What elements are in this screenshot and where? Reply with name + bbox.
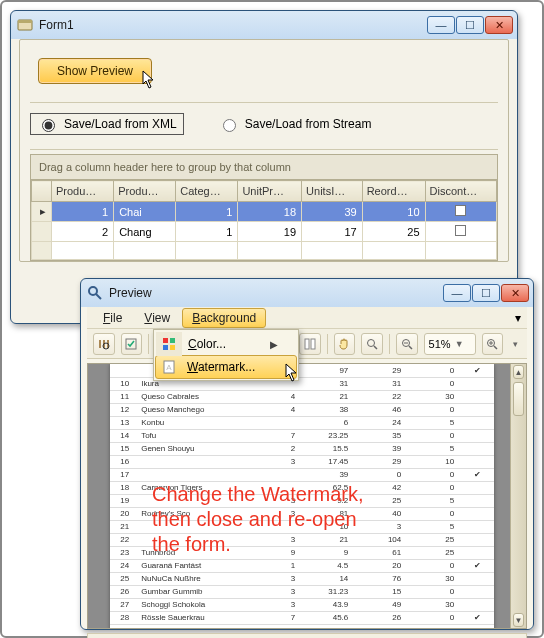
grid-row[interactable]: ▸ 1 Chai 1 18 39 10 [32, 202, 497, 222]
cell[interactable]: 19 [238, 222, 302, 242]
background-submenu[interactable]: Color... ▶ A Watermark... [153, 329, 299, 381]
grid-row[interactable] [32, 242, 497, 260]
report-table: 97290✔10Ikura3131011Queso Cabrales421223… [110, 364, 494, 628]
toolbar-overflow-icon[interactable]: ▾ [509, 339, 521, 349]
cell[interactable] [176, 242, 238, 260]
cell[interactable]: 25 [362, 222, 425, 242]
svg-line-17 [494, 346, 497, 349]
cell[interactable] [425, 242, 496, 260]
cell[interactable]: 2 [52, 222, 114, 242]
scroll-thumb[interactable] [513, 382, 524, 416]
scroll-up-icon[interactable]: ▲ [513, 365, 524, 379]
radio-stream-input[interactable] [223, 119, 236, 132]
grid-col-5[interactable]: Reord… [362, 181, 425, 202]
maximize-button[interactable]: ☐ [456, 16, 484, 34]
cell[interactable]: 10 [362, 202, 425, 222]
svg-rect-1 [18, 20, 32, 23]
svg-rect-20 [163, 345, 168, 350]
search-icon[interactable] [93, 333, 115, 355]
grid-col-0[interactable]: Produ… [52, 181, 114, 202]
toolbar-separator [148, 334, 149, 354]
svg-line-10 [374, 346, 377, 349]
menu-view[interactable]: View [134, 308, 180, 328]
maximize-button[interactable]: ☐ [472, 284, 500, 302]
cell[interactable]: 1 [52, 202, 114, 222]
menubar[interactable]: File View Background ▾ [87, 307, 527, 329]
minimize-button[interactable]: — [427, 16, 455, 34]
grid-col-2[interactable]: Categ… [176, 181, 238, 202]
cell[interactable]: Chai [114, 202, 176, 222]
cell[interactable]: 18 [238, 202, 302, 222]
preview-titlebar[interactable]: Preview — ☐ ✕ [81, 279, 533, 307]
cell[interactable]: 17 [302, 222, 363, 242]
grid-col-4[interactable]: UnitsI… [302, 181, 363, 202]
close-button[interactable]: ✕ [485, 16, 513, 34]
menu-file[interactable]: File [93, 308, 132, 328]
scroll-down-icon[interactable]: ▼ [513, 613, 524, 627]
report-row: 11Queso Cabrales4212230 [110, 390, 494, 403]
menuitem-watermark[interactable]: A Watermark... [155, 355, 297, 379]
grid-col-6[interactable]: Discont… [425, 181, 496, 202]
cell-checkbox[interactable] [425, 222, 496, 242]
cell[interactable] [362, 242, 425, 260]
report-row: 211035 [110, 520, 494, 533]
data-grid[interactable]: Drag a column header here to group by th… [30, 154, 498, 261]
minimize-button[interactable]: — [443, 284, 471, 302]
report-row: 29Thüringer Rostbr6123.7900✔ [110, 624, 494, 628]
close-button[interactable]: ✕ [501, 284, 529, 302]
menuitem-color[interactable]: Color... ▶ [156, 332, 296, 356]
vertical-scrollbar[interactable]: ▲ ▼ [510, 364, 526, 628]
menubar-overflow-icon[interactable]: ▾ [515, 311, 521, 325]
hand-tool-icon[interactable] [334, 333, 356, 355]
submenu-arrow-icon: ▶ [260, 339, 278, 350]
cell-checkbox[interactable] [425, 202, 496, 222]
page-multi-icon[interactable] [299, 333, 321, 355]
svg-rect-8 [311, 339, 315, 349]
magnifier-icon[interactable] [361, 333, 383, 355]
form1-titlebar[interactable]: Form1 — ☐ ✕ [11, 11, 517, 39]
report-row: 14Tofu723.25350 [110, 429, 494, 442]
radio-xml-input[interactable] [42, 119, 55, 132]
cell[interactable] [238, 242, 302, 260]
cell[interactable] [52, 242, 114, 260]
statusbar: Page 1 of 3 Zoom Factor: 51% [87, 633, 527, 638]
cell[interactable] [114, 242, 176, 260]
group-by-panel[interactable]: Drag a column header here to group by th… [31, 155, 497, 180]
report-row: 173900✔ [110, 468, 494, 481]
zoom-value: 51% [429, 338, 451, 350]
radio-stream-label: Save/Load from Stream [245, 117, 372, 131]
svg-point-9 [368, 339, 375, 346]
radio-stream[interactable]: Save/Load from Stream [212, 114, 378, 134]
svg-rect-18 [163, 338, 168, 343]
cell[interactable] [302, 242, 363, 260]
row-indicator[interactable] [32, 222, 52, 242]
report-row: 18Carnarvon Tigers62.5420 [110, 481, 494, 494]
radio-xml[interactable]: Save/Load from XML [30, 113, 184, 135]
form1-window: Form1 — ☐ ✕ Show Preview Save/Load from … [10, 10, 518, 324]
zoom-selector[interactable]: 51% ▼ [424, 333, 476, 355]
cell[interactable]: 1 [176, 222, 238, 242]
page-paper: 97290✔10Ikura3131011Queso Cabrales421223… [110, 364, 494, 628]
document-viewport[interactable]: 97290✔10Ikura3131011Queso Cabrales421223… [87, 363, 527, 629]
row-indicator[interactable]: ▸ [32, 202, 52, 222]
grid-corner[interactable] [32, 181, 52, 202]
preview-title: Preview [109, 286, 443, 300]
zoom-in-icon[interactable] [482, 333, 504, 355]
cell[interactable]: 1 [176, 202, 238, 222]
grid-table[interactable]: Produ… Produ… Categ… UnitPr… UnitsI… Reo… [31, 180, 497, 260]
report-row: 20Rodney's Sco381400 [110, 507, 494, 520]
zoom-out-icon[interactable] [396, 333, 418, 355]
document-scroll[interactable]: 97290✔10Ikura3131011Queso Cabrales421223… [88, 364, 510, 628]
grid-row[interactable]: 2 Chang 1 19 17 25 [32, 222, 497, 242]
customize-icon[interactable] [121, 333, 143, 355]
cell[interactable]: Chang [114, 222, 176, 242]
report-row: 2232110425 [110, 533, 494, 546]
menu-background[interactable]: Background [182, 308, 266, 328]
report-row: 23Tunnbröd996125 [110, 546, 494, 559]
grid-col-3[interactable]: UnitPr… [238, 181, 302, 202]
radio-xml-label: Save/Load from XML [64, 117, 177, 131]
show-preview-button[interactable]: Show Preview [38, 58, 152, 84]
row-indicator[interactable] [32, 242, 52, 260]
grid-col-1[interactable]: Produ… [114, 181, 176, 202]
cell[interactable]: 39 [302, 202, 363, 222]
